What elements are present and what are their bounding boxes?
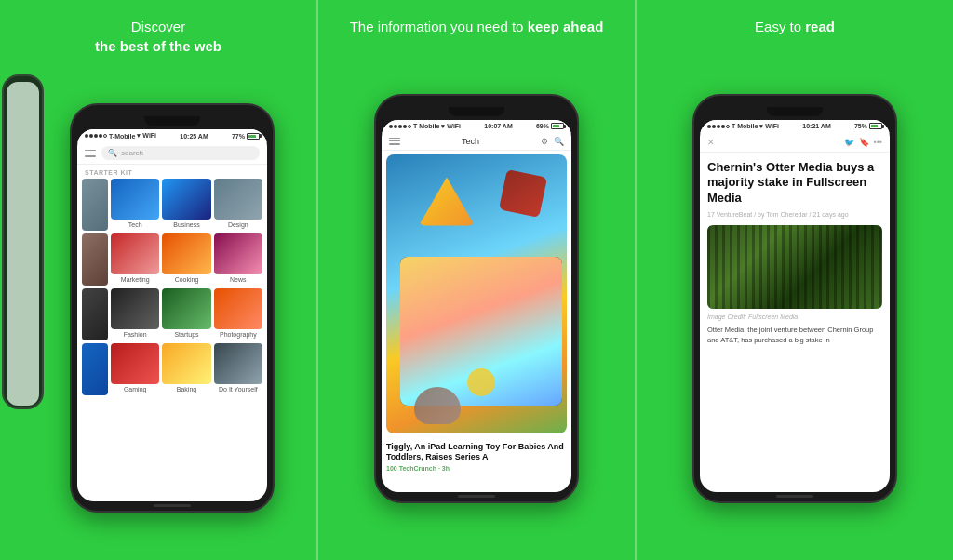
nav-title-2: Tech bbox=[462, 137, 479, 146]
time-1: 10:25 AM bbox=[180, 133, 208, 140]
twitter-icon[interactable]: 🐦 bbox=[844, 138, 854, 147]
article-image bbox=[386, 154, 567, 433]
image-credit: Image Credit: Fullscreen Media bbox=[707, 313, 882, 320]
phone2-notch bbox=[449, 107, 504, 116]
topic-fashion[interactable]: Fashion bbox=[111, 288, 159, 340]
carrier-3: T-Mobile bbox=[732, 123, 758, 129]
carrier-1: T-Mobile bbox=[109, 133, 135, 140]
nav-left-3: ✕ bbox=[707, 138, 715, 147]
phone3-home bbox=[776, 495, 813, 498]
topic-design-label: Design bbox=[228, 221, 248, 228]
topic-business-label: Business bbox=[173, 221, 199, 228]
close-icon[interactable]: ✕ bbox=[707, 138, 715, 147]
article-headline: Chernin's Otter Media buys a majority st… bbox=[707, 160, 882, 207]
status-bar-1: T-Mobile ▾ WiFi 10:25 AM 77% bbox=[77, 129, 267, 142]
phone1: T-Mobile ▾ WiFi 10:25 AM 77% bbox=[70, 103, 275, 513]
topic-baking-label: Baking bbox=[177, 386, 196, 393]
bookmark-icon[interactable]: 🔖 bbox=[859, 138, 869, 147]
phone3-notch bbox=[767, 107, 823, 116]
topic-baking[interactable]: Baking bbox=[162, 343, 210, 395]
phone2: T-Mobile ▾ WiFi 10:07 AM 69% bbox=[374, 94, 579, 503]
panel3-title: Easy to read bbox=[755, 17, 835, 36]
search-icon-nav[interactable]: 🔍 bbox=[554, 137, 564, 146]
panel3-title-bold: read bbox=[805, 19, 835, 34]
topic-fashion-label: Fashion bbox=[124, 331, 147, 338]
settings-icon[interactable]: ⚙ bbox=[541, 137, 548, 146]
partial-phone-left bbox=[2, 74, 44, 409]
article-body: Otter Media, the joint venture between C… bbox=[707, 325, 882, 346]
topic-diy-label: Do It Yourself bbox=[219, 386, 258, 393]
time-3: 10:21 AM bbox=[802, 123, 830, 129]
toy-triangle bbox=[419, 178, 475, 226]
topic-startups-label: Startups bbox=[174, 331, 198, 338]
topic-tech[interactable]: Tech bbox=[111, 179, 159, 231]
article-content: Chernin's Otter Media buys a majority st… bbox=[700, 153, 890, 350]
article-source: TechCrunch bbox=[399, 465, 436, 472]
menu-icon[interactable] bbox=[85, 150, 96, 157]
topic-diy[interactable]: Do It Yourself bbox=[214, 343, 262, 395]
phone3-nav: ✕ 🐦 🔖 ••• bbox=[700, 133, 890, 153]
phone2-screen: T-Mobile ▾ WiFi 10:07 AM 69% bbox=[382, 120, 571, 492]
panel-read: Easy to read T-Mobile bbox=[635, 0, 953, 560]
phone3: T-Mobile ▾ WiFi 10:21 AM 75% bbox=[692, 94, 897, 503]
search-placeholder: search bbox=[121, 149, 143, 157]
phone3-screen: T-Mobile ▾ WiFi 10:21 AM 75% bbox=[700, 120, 890, 492]
carrier-2: T-Mobile bbox=[413, 123, 439, 129]
topic-news[interactable]: News bbox=[214, 233, 262, 286]
panel-discover: Discover the best of the web bbox=[0, 0, 316, 560]
article-time: 3h bbox=[442, 465, 450, 472]
strip-img-2 bbox=[82, 233, 108, 286]
phone2-home bbox=[458, 495, 495, 498]
toy-square bbox=[499, 168, 547, 217]
search-bar[interactable]: 🔍 search bbox=[101, 146, 260, 160]
panel2-title: The information you need to keep ahead bbox=[350, 17, 604, 36]
crowd-pattern bbox=[707, 225, 882, 309]
panel1-title: Discover the best of the web bbox=[95, 17, 221, 56]
time-2: 10:07 AM bbox=[484, 123, 512, 129]
status-bar-3: T-Mobile ▾ WiFi 10:21 AM 75% bbox=[700, 120, 890, 133]
panel3-title-line1: Easy to bbox=[755, 19, 805, 34]
more-icon[interactable]: ••• bbox=[874, 138, 882, 147]
topic-cooking[interactable]: Cooking bbox=[162, 233, 210, 286]
phone2-nav: Tech ⚙ 🔍 bbox=[382, 133, 571, 151]
topic-startups[interactable]: Startups bbox=[162, 288, 210, 340]
article-byline: 17 VentureBeat / by Tom Cheredar / 21 da… bbox=[707, 211, 882, 218]
topic-grid: Tech Business Design Marketing bbox=[111, 179, 262, 395]
strip-img-3 bbox=[82, 288, 108, 340]
article-card[interactable] bbox=[386, 154, 567, 433]
topic-grid-container: Tech Business Design Marketing bbox=[77, 179, 267, 395]
topic-tech-label: Tech bbox=[128, 221, 142, 228]
hamburger-icon[interactable] bbox=[389, 138, 400, 145]
topic-gaming[interactable]: Gaming bbox=[111, 343, 159, 395]
panel2-title-line1: The information you need bbox=[350, 19, 508, 34]
strip-img-1 bbox=[82, 179, 108, 231]
topic-marketing-label: Marketing bbox=[121, 276, 150, 283]
article-count: 100 bbox=[386, 465, 397, 472]
article-meta: 100 TechCrunch · 3h bbox=[386, 465, 567, 472]
panel1-title-line1: Discover bbox=[131, 19, 185, 34]
topic-photography-label: Photography bbox=[220, 331, 257, 338]
topic-design[interactable]: Design bbox=[214, 179, 262, 231]
topic-photography[interactable]: Photography bbox=[214, 288, 262, 340]
tablet-mockup bbox=[400, 257, 562, 406]
status-bar-2: T-Mobile ▾ WiFi 10:07 AM 69% bbox=[382, 120, 571, 133]
topic-business[interactable]: Business bbox=[162, 179, 210, 231]
phone1-home bbox=[154, 504, 191, 507]
panel2-title-bold: keep ahead bbox=[528, 19, 604, 34]
strip-img-4 bbox=[82, 343, 108, 395]
panel-info: The information you need to keep ahead bbox=[316, 0, 635, 560]
topic-cooking-label: Cooking bbox=[175, 276, 199, 283]
nav-right-3: 🐦 🔖 ••• bbox=[844, 138, 882, 147]
topic-news-label: News bbox=[230, 276, 247, 283]
phone1-nav: 🔍 search bbox=[77, 142, 267, 165]
battery-pct-1: 77% bbox=[232, 133, 245, 140]
article-title: Tiggly, An iPad Learning Toy For Babies … bbox=[386, 442, 567, 463]
topic-marketing[interactable]: Marketing bbox=[111, 233, 159, 286]
battery-pct-3: 75% bbox=[854, 123, 867, 129]
starter-kit-label: STARTER KIT bbox=[77, 165, 267, 179]
left-sidebar-strip bbox=[82, 179, 108, 395]
search-icon-sm: 🔍 bbox=[108, 149, 117, 157]
topic-gaming-label: Gaming bbox=[124, 386, 147, 393]
nav-icons-2: ⚙ 🔍 bbox=[541, 137, 564, 146]
article-caption: Tiggly, An iPad Learning Toy For Babies … bbox=[382, 437, 571, 474]
